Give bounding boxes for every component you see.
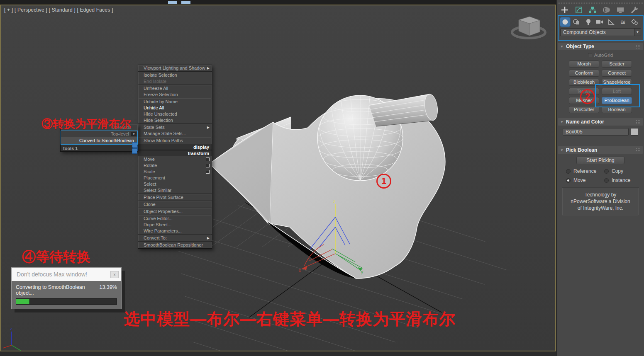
annotation-step3: ③转换为平滑布尔: [41, 116, 131, 131]
shapes-category-icon[interactable]: [572, 17, 582, 27]
submenu-arrow-icon: ▶: [207, 124, 210, 131]
menu-item[interactable]: Dope Sheet...: [138, 222, 212, 228]
connect-button[interactable]: Connect: [602, 70, 632, 77]
viewport-label[interactable]: [ + ] [ Perspective ] [ Standard ] [ Edg…: [4, 7, 113, 13]
menu-item[interactable]: Hide Unselected: [138, 111, 212, 117]
dialog-body: Converting to SmoothBoolean object... 13…: [12, 281, 121, 309]
viewcube[interactable]: [512, 17, 545, 38]
menu-item-label: Curve Editor...: [144, 216, 210, 222]
radio-reference[interactable]: Reference: [566, 168, 604, 174]
morph-button[interactable]: Morph: [569, 61, 599, 68]
toolbar-highlight-chip: [168, 1, 177, 4]
menu-item-label: End Isolate: [144, 78, 210, 85]
radio-dot[interactable]: [566, 178, 571, 183]
radio-copy[interactable]: Copy: [604, 168, 642, 174]
menu-item[interactable]: Unfreeze All: [138, 85, 212, 92]
3dsmax-window: z x y z [ + ] [ Perspective ] [ Standard…: [0, 0, 644, 356]
settings-box-icon[interactable]: [206, 157, 210, 161]
menu-item-top-level[interactable]: Top-level ▼: [61, 131, 137, 137]
menu-item[interactable]: Manage State Sets...: [138, 131, 212, 137]
systems-category-icon[interactable]: [629, 17, 639, 27]
menu-item-label: Freeze Selection: [144, 92, 210, 98]
autogrid-checkbox[interactable]: [588, 53, 592, 57]
dialog-title: Don't defocus Max window!: [17, 271, 110, 278]
submenu-arrow-icon: ▶: [207, 65, 210, 71]
progress-dialog: Don't defocus Max window! x Converting t…: [11, 267, 122, 309]
menu-item[interactable]: State Sets▶: [138, 124, 212, 131]
radio-dot[interactable]: [566, 169, 571, 174]
menu-item[interactable]: Freeze Selection: [138, 92, 212, 98]
menu-item[interactable]: Unhide by Name: [138, 99, 212, 105]
menu-item[interactable]: Move: [138, 156, 212, 162]
menu-item[interactable]: Clone: [138, 201, 212, 208]
conform-button[interactable]: Conform: [569, 70, 599, 77]
menu-item[interactable]: Viewport Lighting and Shadows▶: [138, 65, 212, 71]
category-icons-row: ≋: [559, 16, 643, 28]
menu-item[interactable]: Show Motion Paths: [138, 138, 212, 144]
object-color-swatch[interactable]: [631, 128, 638, 136]
display-tab[interactable]: [615, 5, 626, 15]
menu-item[interactable]: Placement: [138, 175, 212, 181]
radio-move[interactable]: Move: [566, 177, 604, 183]
panel-grip[interactable]: [557, 0, 644, 4]
rollout-grip-icon: [636, 120, 641, 124]
annotation-marker-1: 1: [376, 174, 391, 189]
radio-dot[interactable]: [604, 169, 609, 174]
rollout-header-pick-boolean[interactable]: ▼ Pick Boolean: [558, 146, 643, 154]
monitor-icon: [616, 6, 624, 14]
radio-label: Move: [573, 177, 585, 183]
rollout-header-name-and-color[interactable]: ▼ Name and Color: [558, 118, 643, 126]
radio-dot[interactable]: [604, 178, 609, 183]
helpers-category-icon[interactable]: [606, 17, 616, 27]
menu-item-label: Dope Sheet...: [144, 222, 210, 228]
rollout-header-object-type[interactable]: ▼ Object Type: [558, 43, 643, 50]
menu-item[interactable]: Place Pivot Surface: [138, 194, 212, 201]
menu-item[interactable]: Hide Selection: [138, 117, 212, 124]
annotation-step4: ④等待转换: [22, 248, 90, 266]
motion-tab[interactable]: [601, 5, 612, 15]
modify-tab[interactable]: [573, 5, 584, 15]
menu-item[interactable]: Select: [138, 181, 212, 187]
hierarchy-tab[interactable]: [587, 5, 598, 15]
menu-item[interactable]: Scale: [138, 169, 212, 175]
settings-box-icon[interactable]: [206, 170, 210, 174]
menu-item[interactable]: Unhide All: [138, 105, 212, 111]
geometry-category-icon[interactable]: [560, 17, 570, 27]
scatter-button[interactable]: Scatter: [602, 61, 632, 68]
menu-item-label: Scale: [144, 169, 204, 175]
tech-line: nPowerSoftware a Division: [564, 198, 637, 205]
space-warps-category-icon[interactable]: ≋: [618, 17, 628, 27]
menu-item[interactable]: SmoothBoolean Repositioner: [138, 242, 212, 248]
start-picking-button[interactable]: Start Picking: [576, 157, 624, 164]
category-highlight-box: ≋ Compound Objects ▼: [558, 15, 644, 41]
menu-item[interactable]: Convert To:▶: [138, 235, 212, 241]
chevron-down-icon[interactable]: ▼: [634, 29, 641, 36]
menu-item[interactable]: Curve Editor...: [138, 216, 212, 222]
menu-item[interactable]: Wire Parameters...: [138, 228, 212, 234]
create-tab[interactable]: [559, 5, 570, 15]
menu-item[interactable]: Isolate Selection: [138, 72, 212, 78]
cameras-category-icon[interactable]: [595, 17, 605, 27]
annotation-rect-proboolean: [595, 84, 640, 107]
autogrid-label: AutoGrid: [594, 53, 613, 58]
lights-category-icon[interactable]: [583, 17, 593, 27]
dialog-titlebar[interactable]: Don't defocus Max window! x: [12, 268, 121, 281]
menu-item[interactable]: Rotate: [138, 162, 212, 169]
menu-item-label: Wire Parameters...: [144, 228, 210, 234]
menu-item-label: Viewport Lighting and Shadows: [144, 65, 205, 71]
settings-box-icon[interactable]: [206, 164, 210, 167]
utilities-tab[interactable]: [629, 5, 640, 15]
progress-percent: 13.39%: [100, 284, 117, 296]
chevron-down-icon[interactable]: ▼: [131, 132, 137, 136]
menu-item-label: Rotate: [144, 162, 204, 169]
menu-item[interactable]: Select Similar: [138, 187, 212, 194]
menu-item-convert-to-smoothboolean[interactable]: Convert to SmoothBoolean: [61, 137, 137, 144]
rollout-title: Name and Color: [566, 119, 636, 125]
radio-instance[interactable]: Instance: [604, 177, 642, 183]
close-icon[interactable]: x: [110, 271, 119, 278]
marker-2-number: 2: [585, 91, 590, 102]
menu-item[interactable]: Object Properties...: [138, 208, 212, 215]
subcategory-dropdown[interactable]: Compound Objects ▼: [560, 28, 641, 36]
rollout-title: Pick Boolean: [566, 147, 636, 153]
object-name-field[interactable]: Box005: [563, 128, 629, 136]
